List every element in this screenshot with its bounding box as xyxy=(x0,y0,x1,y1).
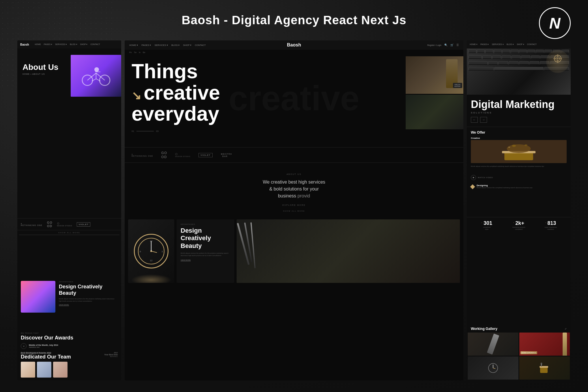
right-gallery-grid: SUPER EXPERIENCE xyxy=(467,333,571,380)
left-nav-contact[interactable]: CONTACT xyxy=(90,43,100,46)
center-nav-shop[interactable]: SHOP ▾ xyxy=(183,44,191,46)
left-team-avatar-1 xyxy=(21,362,35,378)
right-play-button[interactable]: ▶ xyxy=(471,175,476,180)
right-gallery-4-visual xyxy=(519,356,570,380)
right-nav-contact[interactable]: CONTACT xyxy=(527,43,537,46)
left-product-title: Design Creatively Beauty xyxy=(59,284,118,296)
center-nav-contact[interactable]: CONTACT xyxy=(195,44,206,46)
center-page-end: 03 xyxy=(156,130,159,132)
right-gallery: Working Gallery ⤢ SUPER EXPERIENCE xyxy=(467,324,571,380)
left-show-all[interactable]: SHOW ALL MORE xyxy=(17,230,121,237)
center-navbar-logo: Baosh xyxy=(287,42,301,48)
right-designing-label: Designing xyxy=(477,184,533,187)
right-arrow-left[interactable]: ← xyxy=(471,117,478,123)
panel-right: HOME ▾ PAGES ▾ SERVICES ▾ BLOG ▾ SHOP ▾ … xyxy=(467,40,571,380)
left-team: our professionals Dedicated Our Team xyxy=(21,352,118,378)
center-tw-icon[interactable]: Tw xyxy=(134,51,136,53)
right-designing-diamond-icon xyxy=(470,184,475,189)
svg-point-25 xyxy=(512,145,516,147)
header: Baosh - Digital Agency React Next Js xyxy=(0,0,588,40)
clock-svg: 12 12 3 9 xyxy=(137,237,166,266)
header-title: Baosh - Digital Agency React Next Js xyxy=(182,13,407,27)
center-search-icon[interactable]: 🔍 xyxy=(444,44,447,46)
center-hero-line2: creative xyxy=(144,81,220,104)
center-hero-title: Things ↘creative everyday xyxy=(132,61,456,125)
center-nav-pages[interactable]: PAGES ▾ xyxy=(141,44,151,46)
svg-point-26 xyxy=(525,144,527,146)
right-nav-blog[interactable]: BLOG ▾ xyxy=(507,43,514,46)
left-nav-blog[interactable]: BLOG ▾ xyxy=(70,43,77,46)
left-team-avatar-3 xyxy=(53,362,68,378)
left-nav-home[interactable]: HOME xyxy=(35,43,41,46)
right-stat-1: . 301 completedspan xyxy=(471,220,503,230)
right-stat-2-value: 2k+ xyxy=(515,220,524,226)
center-clock-visual: 12 12 3 9 xyxy=(134,234,168,268)
left-award-sub-1: AWARDS INC. xyxy=(29,346,58,349)
left-navbar-links: HOME PAGES ▾ SERVICES ▾ BLOG ▾ SHOP ▾ CO… xyxy=(35,43,100,46)
center-menu-icon[interactable]: ☰ xyxy=(456,44,459,46)
center-in-icon[interactable]: In xyxy=(139,51,141,53)
left-brand-violet: VIOLET xyxy=(77,222,90,227)
center-nav-services[interactable]: SERVICES ▾ xyxy=(154,44,168,46)
center-fb-icon[interactable]: Fb xyxy=(129,51,132,53)
left-team-title: Dedicated Our Team xyxy=(21,354,118,360)
right-arrow-right[interactable]: → xyxy=(480,117,487,123)
right-gallery-2-badge: SUPER EXPERIENCE xyxy=(520,349,538,354)
center-clock-visual-wrapper: 12 12 3 9 xyxy=(134,234,168,268)
svg-line-30 xyxy=(493,368,495,369)
right-navbar: HOME ▾ PAGES ▾ SERVICES ▾ BLOG ▾ SHOP ▾ … xyxy=(467,40,571,48)
center-show-all[interactable]: SHOW ALL MORE xyxy=(125,208,463,214)
center-be-icon[interactable]: Be xyxy=(143,51,145,53)
right-we-offer: We Offer Creative xyxy=(467,127,571,173)
right-stat-3-dot: . xyxy=(545,221,546,223)
center-clock-glow xyxy=(131,274,171,283)
right-navbar-links: HOME ▾ PAGES ▾ SERVICES ▾ BLOG ▾ SHOP ▾ … xyxy=(470,43,537,46)
left-navbar-logo: Baosh xyxy=(20,43,29,46)
center-nav-home[interactable]: HOME ▾ xyxy=(129,44,138,46)
right-gallery-expand-icon[interactable]: ⤢ xyxy=(565,328,567,330)
right-nav-services[interactable]: SERVICES ▾ xyxy=(492,43,504,46)
right-stat-2: . 2k+ marketing projectscompleted xyxy=(503,220,535,230)
left-view-more[interactable]: VIEW MORE xyxy=(59,304,118,306)
right-stat-1-dot: . xyxy=(482,221,482,223)
right-watch-video-text[interactable]: WATCH VIDEO xyxy=(478,177,493,178)
coffee-splash-svg xyxy=(471,140,567,163)
center-advantages-tag: advantages xyxy=(181,223,230,225)
center-nav-blog[interactable]: BLOG ▾ xyxy=(171,44,179,46)
panel-center: HOME ▾ PAGES ▾ SERVICES ▾ BLOG ▾ SHOP ▾ … xyxy=(125,40,463,380)
right-creative-sub: Month aliquet remove this completed mark… xyxy=(471,165,567,168)
svg-line-3 xyxy=(96,73,105,80)
left-nav-shop[interactable]: SHOP ▾ xyxy=(80,43,88,46)
center-pagination-line xyxy=(136,131,154,131)
center-about-line3: business xyxy=(278,193,296,198)
right-gallery-item-3 xyxy=(468,356,518,380)
right-designing-row: Designing Month aliquet remove this comp… xyxy=(471,184,567,189)
right-we-offer-title: We Offer xyxy=(471,130,567,135)
center-advantages-view-more[interactable]: VIEW MORE xyxy=(181,259,230,261)
left-nav-services[interactable]: SERVICES ▾ xyxy=(55,43,67,46)
center-explore[interactable]: EXPLORE MORE xyxy=(142,204,446,206)
left-nav-pages[interactable]: PAGES ▾ xyxy=(44,43,53,46)
svg-text:9: 9 xyxy=(140,250,141,253)
center-hero: creative Things ↘creative everyday xyxy=(125,55,463,130)
right-gallery-clock-svg xyxy=(487,362,499,374)
left-navbar: Baosh HOME PAGES ▾ SERVICES ▾ BLOG ▾ SHO… xyxy=(17,40,121,48)
right-gallery-title-text: Working Gallery xyxy=(471,327,497,331)
center-brand-bistro: ⊕BISTRO BAR xyxy=(221,153,232,157)
center-register-login[interactable]: Register / Login xyxy=(427,44,441,46)
right-nav-pages[interactable]: PAGES ▾ xyxy=(480,43,489,46)
center-brand-row: ◈ RETHINKING ONE GOOD ⬡ DESIGN STUDIO VI… xyxy=(125,147,463,163)
right-watch-video: ▶ WATCH VIDEO xyxy=(467,173,571,182)
center-cart-icon[interactable]: 🛒 xyxy=(450,44,454,46)
right-gallery-1-brush xyxy=(487,334,499,355)
right-nav-home[interactable]: HOME ▾ xyxy=(470,43,477,46)
center-navbar: HOME ▾ PAGES ▾ SERVICES ▾ BLOG ▾ SHOP ▾ … xyxy=(125,40,463,50)
svg-text:12: 12 xyxy=(150,240,153,242)
right-gallery-1-visual xyxy=(468,333,518,356)
right-stat-1-value: 301 xyxy=(484,220,492,226)
svg-point-34 xyxy=(541,363,542,365)
right-nav-shop[interactable]: SHOP ▾ xyxy=(517,43,524,46)
center-brush-visual xyxy=(237,219,460,283)
jewelry-svg xyxy=(548,51,568,72)
center-page-start: 01 xyxy=(132,130,134,132)
